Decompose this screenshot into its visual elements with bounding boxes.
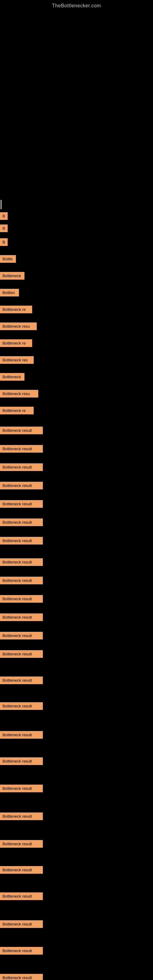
result-item-5: Bottleneck — [0, 272, 24, 280]
result-item-28: Bottleneck result — [0, 702, 43, 710]
result-item-11: Bottleneck — [0, 373, 24, 381]
result-label-1: B — [0, 212, 8, 220]
result-label-27: Bottleneck result — [0, 676, 43, 684]
result-label-16: Bottleneck result — [0, 463, 43, 471]
result-label-18: Bottleneck result — [0, 500, 43, 508]
result-label-2: B — [0, 224, 8, 232]
result-item-3: B — [0, 238, 8, 246]
result-label-8: Bottleneck resu — [0, 323, 37, 330]
result-label-14: Bottleneck result — [0, 426, 43, 434]
result-item-15: Bottleneck result — [0, 445, 43, 453]
result-label-20: Bottleneck result — [0, 537, 43, 544]
result-item-31: Bottleneck result — [0, 784, 43, 792]
result-item-21: Bottleneck result — [0, 558, 43, 566]
result-label-38: Bottleneck result — [0, 974, 43, 980]
result-label-31: Bottleneck result — [0, 784, 43, 792]
result-label-6: Bottlen — [0, 289, 19, 296]
result-item-1: B — [0, 212, 8, 220]
result-label-11: Bottleneck — [0, 373, 24, 381]
result-item-29: Bottleneck result — [0, 731, 43, 739]
result-item-4: Bottle — [0, 255, 16, 263]
result-label-26: Bottleneck result — [0, 650, 43, 658]
result-label-34: Bottleneck result — [0, 866, 43, 874]
result-item-7: Bottleneck re — [0, 305, 32, 313]
result-item-22: Bottleneck result — [0, 577, 43, 584]
result-item-27: Bottleneck result — [0, 676, 43, 684]
result-item-23: Bottleneck result — [0, 595, 43, 603]
result-label-30: Bottleneck result — [0, 757, 43, 765]
result-item-9: Bottleneck re — [0, 339, 32, 347]
result-item-16: Bottleneck result — [0, 463, 43, 471]
result-item-6: Bottlen — [0, 289, 19, 296]
result-label-9: Bottleneck re — [0, 339, 32, 347]
result-item-32: Bottleneck result — [0, 813, 43, 820]
result-label-10: Bottleneck res — [0, 356, 33, 364]
result-item-30: Bottleneck result — [0, 757, 43, 765]
result-item-35: Bottleneck result — [0, 892, 43, 900]
result-label-32: Bottleneck result — [0, 813, 43, 820]
result-item-34: Bottleneck result — [0, 866, 43, 874]
result-label-21: Bottleneck result — [0, 558, 43, 566]
result-item-13: Bottleneck re — [0, 407, 33, 414]
result-label-15: Bottleneck result — [0, 445, 43, 453]
result-item-26: Bottleneck result — [0, 650, 43, 658]
result-item-19: Bottleneck result — [0, 519, 43, 526]
result-label-25: Bottleneck result — [0, 632, 43, 640]
result-item-38: Bottleneck result — [0, 974, 43, 980]
result-item-25: Bottleneck result — [0, 632, 43, 640]
result-label-4: Bottle — [0, 255, 16, 263]
result-label-24: Bottleneck result — [0, 613, 43, 621]
result-label-19: Bottleneck result — [0, 519, 43, 526]
result-label-29: Bottleneck result — [0, 731, 43, 739]
result-label-35: Bottleneck result — [0, 892, 43, 900]
result-label-13: Bottleneck re — [0, 407, 33, 414]
result-label-37: Bottleneck result — [0, 947, 43, 955]
result-item-17: Bottleneck result — [0, 482, 43, 489]
result-label-7: Bottleneck re — [0, 305, 32, 313]
result-item-37: Bottleneck result — [0, 947, 43, 955]
site-title: TheBottlenecker.com — [0, 0, 153, 10]
result-label-23: Bottleneck result — [0, 595, 43, 603]
result-item-33: Bottleneck result — [0, 840, 43, 848]
result-label-17: Bottleneck result — [0, 482, 43, 489]
result-label-28: Bottleneck result — [0, 702, 43, 710]
result-item-24: Bottleneck result — [0, 613, 43, 621]
result-item-36: Bottleneck result — [0, 920, 43, 928]
result-item-8: Bottleneck resu — [0, 323, 37, 330]
result-label-22: Bottleneck result — [0, 577, 43, 584]
result-item-2: B — [0, 224, 8, 232]
result-item-12: Bottleneck resu — [0, 390, 38, 398]
result-label-33: Bottleneck result — [0, 840, 43, 848]
result-item-14: Bottleneck result — [0, 426, 43, 434]
result-item-18: Bottleneck result — [0, 500, 43, 508]
result-label-36: Bottleneck result — [0, 920, 43, 928]
cursor-line — [1, 200, 2, 209]
result-label-5: Bottleneck — [0, 272, 24, 280]
result-label-3: B — [0, 238, 8, 246]
result-item-20: Bottleneck result — [0, 537, 43, 544]
result-label-12: Bottleneck resu — [0, 390, 38, 398]
result-item-10: Bottleneck res — [0, 356, 33, 364]
